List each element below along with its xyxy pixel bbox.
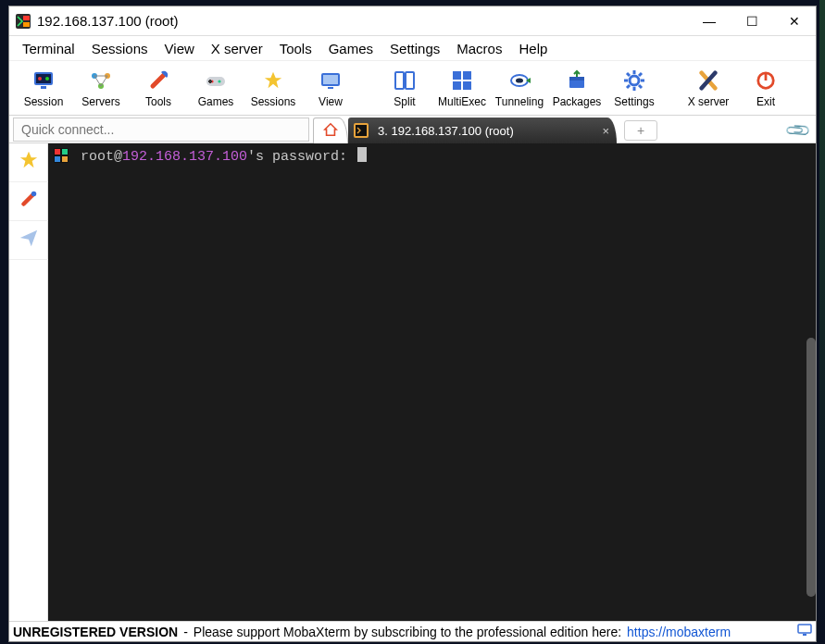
toolbar-label: MultiExec — [438, 95, 486, 108]
menu-help[interactable]: Help — [511, 39, 555, 58]
app-window: 192.168.137.100 (root) — ☐ ✕ Terminal Se… — [8, 6, 817, 642]
paperclip-icon[interactable]: 📎 — [783, 116, 812, 144]
toolbar-label: Split — [394, 95, 415, 108]
svg-rect-29 — [569, 77, 584, 80]
prompt-host: 192.168.137.100 — [122, 149, 247, 165]
sidebar-tools[interactable] — [9, 182, 48, 221]
games-icon — [204, 68, 228, 93]
settings-button[interactable]: Settings — [606, 62, 663, 114]
toolbar-label: Sessions — [251, 95, 296, 108]
svg-point-13 — [218, 80, 220, 82]
body-area: root@192.168.137.100's password: — [9, 143, 816, 621]
menu-sessions[interactable]: Sessions — [84, 39, 156, 58]
tabbar: 3. 192.168.137.100 (root) × + 📎 — [9, 116, 816, 143]
toolbar: Session Servers Tools Games Sessions Vie… — [9, 60, 816, 116]
toolbar-label: View — [319, 95, 343, 108]
view-icon — [319, 68, 343, 93]
sidebar-macros[interactable] — [9, 221, 48, 260]
svg-rect-19 — [395, 72, 404, 89]
menu-xserver[interactable]: X server — [204, 39, 270, 58]
terminal-icon — [354, 123, 369, 138]
window-title: 192.168.137.100 (root) — [37, 13, 179, 29]
exit-button[interactable]: Exit — [737, 62, 794, 114]
svg-rect-15 — [208, 80, 212, 82]
menu-tools[interactable]: Tools — [272, 39, 319, 58]
session-icon — [31, 68, 56, 93]
status-sep: - — [183, 625, 188, 639]
toolbar-label: Packages — [553, 95, 602, 108]
status-unregistered: UNREGISTERED VERSION — [13, 625, 178, 639]
svg-rect-24 — [463, 81, 471, 90]
svg-point-43 — [31, 192, 37, 197]
status-link[interactable]: https://mobaxterm — [627, 625, 731, 639]
svg-rect-1 — [23, 16, 30, 20]
split-icon — [393, 68, 417, 93]
menu-view[interactable]: View — [157, 39, 202, 58]
svg-line-37 — [627, 85, 630, 88]
terminal[interactable]: root@192.168.137.100's password: — [48, 143, 816, 621]
sessions-button[interactable]: Sessions — [244, 62, 302, 114]
app-icon — [54, 148, 69, 163]
status-message: Please support MobaXterm by subscribing … — [194, 625, 621, 639]
minimize-button[interactable]: — — [688, 7, 731, 35]
multiexec-button[interactable]: MultiExec — [433, 62, 491, 114]
svg-rect-21 — [453, 71, 461, 80]
packages-button[interactable]: Packages — [548, 62, 606, 114]
terminal-line: root@192.168.137.100's password: — [54, 147, 810, 167]
svg-point-26 — [516, 78, 523, 82]
menu-macros[interactable]: Macros — [449, 39, 509, 58]
terminal-cursor — [357, 147, 367, 162]
xserver-button[interactable]: X server — [680, 62, 737, 114]
svg-rect-50 — [803, 634, 806, 636]
session-tab[interactable]: 3. 192.168.137.100 (root) × — [348, 118, 617, 143]
tab-close-button[interactable]: × — [602, 124, 609, 138]
svg-rect-2 — [23, 22, 30, 27]
session-button[interactable]: Session — [15, 62, 72, 114]
home-tab[interactable] — [313, 118, 348, 143]
svg-rect-45 — [55, 149, 60, 155]
svg-rect-18 — [328, 87, 333, 89]
star-icon — [19, 150, 39, 175]
svg-line-38 — [639, 73, 642, 76]
servers-button[interactable]: Servers — [72, 62, 130, 114]
menu-settings[interactable]: Settings — [382, 39, 447, 58]
games-button[interactable]: Games — [187, 62, 244, 114]
svg-rect-46 — [62, 149, 68, 155]
split-button[interactable]: Split — [376, 62, 433, 114]
svg-rect-17 — [323, 75, 338, 84]
toolbar-label: Tools — [145, 95, 171, 108]
quick-connect-input[interactable] — [13, 118, 309, 142]
tunneling-icon — [507, 68, 531, 93]
menu-games[interactable]: Games — [321, 39, 381, 58]
left-sidebar — [9, 143, 48, 621]
menu-terminal[interactable]: Terminal — [15, 39, 82, 58]
monitor-icon[interactable] — [797, 623, 812, 640]
paper-plane-icon — [19, 228, 39, 253]
toolbar-label: Servers — [81, 95, 119, 108]
maximize-button[interactable]: ☐ — [731, 7, 773, 35]
app-icon — [15, 13, 31, 30]
desktop-edge — [819, 0, 825, 644]
svg-line-35 — [627, 73, 630, 76]
svg-line-36 — [639, 85, 642, 88]
titlebar[interactable]: 192.168.137.100 (root) — ☐ ✕ — [9, 6, 816, 36]
svg-rect-47 — [55, 156, 60, 162]
svg-rect-20 — [406, 72, 414, 89]
svg-point-6 — [45, 77, 49, 80]
multiexec-icon — [450, 68, 474, 93]
exit-icon — [754, 68, 778, 93]
tools-icon — [146, 68, 170, 93]
sidebar-favorites[interactable] — [9, 143, 48, 182]
close-button[interactable]: ✕ — [773, 7, 816, 35]
view-button[interactable]: View — [302, 62, 359, 114]
session-tab-label: 3. 192.168.137.100 (root) — [378, 124, 514, 138]
tunneling-button[interactable]: Tunneling — [491, 62, 548, 114]
add-tab-button[interactable]: + — [624, 120, 657, 141]
toolbar-label: Session — [24, 95, 64, 108]
menubar: Terminal Sessions View X server Tools Ga… — [9, 36, 816, 60]
terminal-scrollbar[interactable] — [806, 338, 816, 597]
tools-button[interactable]: Tools — [130, 62, 187, 114]
svg-rect-7 — [41, 86, 46, 89]
statusbar: UNREGISTERED VERSION - Please support Mo… — [9, 621, 816, 641]
svg-point-30 — [630, 76, 639, 85]
